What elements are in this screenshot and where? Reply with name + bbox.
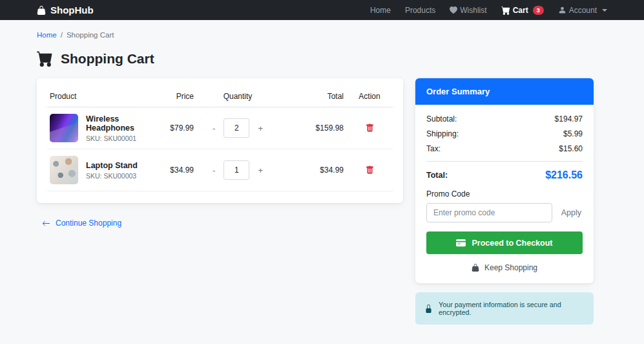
product-name: Wireless Headphones <box>86 114 141 133</box>
total-label: Total: <box>426 171 448 180</box>
bag-icon <box>472 264 479 272</box>
increase-qty-button[interactable]: + <box>255 123 265 134</box>
table-row: Laptop Stand SKU: SKU00003 $34.99 - <box>47 149 393 191</box>
product-sku: SKU: SKU00003 <box>86 172 138 180</box>
quantity-stepper: - + <box>199 118 276 138</box>
line-total: $34.99 <box>279 149 346 191</box>
top-navbar: ShopHub Home Products Wishlist Cart 3 Ac… <box>0 0 644 20</box>
quantity-input[interactable] <box>223 118 249 138</box>
subtotal-label: Subtotal: <box>426 114 457 124</box>
security-notice: Your payment information is secure and e… <box>415 292 594 325</box>
tax-value: $15.60 <box>559 144 583 153</box>
order-summary-title: Order Summary <box>415 78 594 105</box>
apply-promo-button[interactable]: Apply <box>552 208 583 217</box>
cart-items-card: Product Price Quantity Total Action <box>37 78 403 203</box>
remove-item-button[interactable] <box>364 164 375 176</box>
decrease-qty-button[interactable]: - <box>210 165 218 176</box>
breadcrumb-home-link[interactable]: Home <box>37 31 57 39</box>
cart-table: Product Price Quantity Total Action <box>47 86 393 191</box>
tax-label: Tax: <box>426 144 441 153</box>
nav-item-products[interactable]: Products <box>405 6 435 15</box>
line-total: $159.98 <box>279 107 346 149</box>
person-icon <box>558 6 566 14</box>
col-header-price: Price <box>143 86 196 107</box>
promo-code-input[interactable] <box>426 203 552 222</box>
order-summary-card: Order Summary Subtotal: $194.97 Shipping… <box>415 78 594 283</box>
security-notice-text: Your payment information is secure and e… <box>439 301 585 316</box>
shipping-value: $5.99 <box>563 129 583 138</box>
product-price: $79.99 <box>143 107 196 149</box>
breadcrumb-separator: / <box>61 31 63 39</box>
proceed-to-checkout-button[interactable]: Proceed to Checkout <box>426 231 583 254</box>
increase-qty-button[interactable]: + <box>255 165 265 176</box>
credit-card-icon <box>456 238 466 248</box>
col-header-quantity: Quantity <box>196 86 279 107</box>
product-price: $34.99 <box>143 149 196 191</box>
lock-icon <box>424 305 433 313</box>
arrow-left-icon <box>42 219 50 228</box>
trash-icon <box>366 124 374 133</box>
nav-links: Home Products Wishlist Cart 3 Account <box>370 6 607 15</box>
keep-shopping-link[interactable]: Keep Shopping <box>426 263 583 272</box>
subtotal-row: Subtotal: $194.97 <box>426 114 583 124</box>
cart-count-badge: 3 <box>533 6 544 15</box>
product-name: Laptop Stand <box>86 161 138 170</box>
product-image-wireless-headphones <box>50 114 78 142</box>
nav-item-wishlist[interactable]: Wishlist <box>450 6 486 15</box>
heart-icon <box>450 6 457 14</box>
tax-row: Tax: $15.60 <box>426 144 583 153</box>
table-row: Wireless Headphones SKU: SKU00001 $79.99… <box>47 107 393 149</box>
product-image-laptop-stand <box>50 156 78 184</box>
brand-logo[interactable]: ShopHub <box>37 5 94 16</box>
nav-item-cart[interactable]: Cart 3 <box>501 6 544 15</box>
total-row: Total: $216.56 <box>426 169 583 181</box>
col-header-product: Product <box>47 86 143 107</box>
breadcrumb: Home / Shopping Cart <box>37 31 594 39</box>
quantity-input[interactable] <box>223 160 249 180</box>
promo-code-label: Promo Code <box>426 189 583 199</box>
subtotal-value: $194.97 <box>555 114 583 124</box>
page-title: Shopping Cart <box>37 50 594 67</box>
breadcrumb-current: Shopping Cart <box>67 31 114 39</box>
brand-name: ShopHub <box>50 5 94 16</box>
bag-icon <box>37 6 46 15</box>
remove-item-button[interactable] <box>364 122 375 134</box>
trash-icon <box>366 166 374 175</box>
total-value: $216.56 <box>545 169 583 181</box>
product-sku: SKU: SKU00001 <box>86 134 141 142</box>
continue-shopping-link[interactable]: Continue Shopping <box>42 219 121 228</box>
quantity-stepper: - + <box>199 160 276 180</box>
col-header-action: Action <box>346 86 393 107</box>
shipping-label: Shipping: <box>426 129 459 138</box>
chevron-down-icon <box>602 9 607 12</box>
nav-item-home[interactable]: Home <box>370 6 391 15</box>
shipping-row: Shipping: $5.99 <box>426 129 583 138</box>
col-header-total: Total <box>279 86 346 107</box>
summary-divider <box>426 161 583 162</box>
cart-title-icon <box>37 50 53 67</box>
decrease-qty-button[interactable]: - <box>210 123 218 134</box>
nav-item-account[interactable]: Account <box>558 6 607 15</box>
cart-icon <box>501 6 510 15</box>
